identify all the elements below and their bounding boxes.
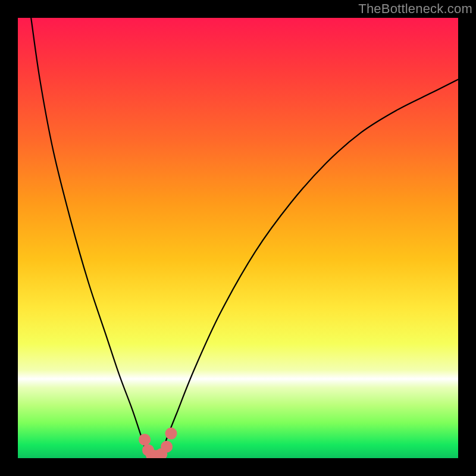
marker-group: [139, 428, 177, 458]
plot-area: [18, 18, 458, 458]
bottleneck-curve: [31, 18, 458, 458]
marker-left-upper: [139, 434, 151, 446]
curve-svg: [18, 18, 458, 458]
marker-right-upper: [165, 428, 177, 440]
marker-right-lower: [161, 441, 173, 453]
chart-frame: TheBottleneck.com: [0, 0, 476, 476]
watermark-text: TheBottleneck.com: [358, 1, 472, 17]
